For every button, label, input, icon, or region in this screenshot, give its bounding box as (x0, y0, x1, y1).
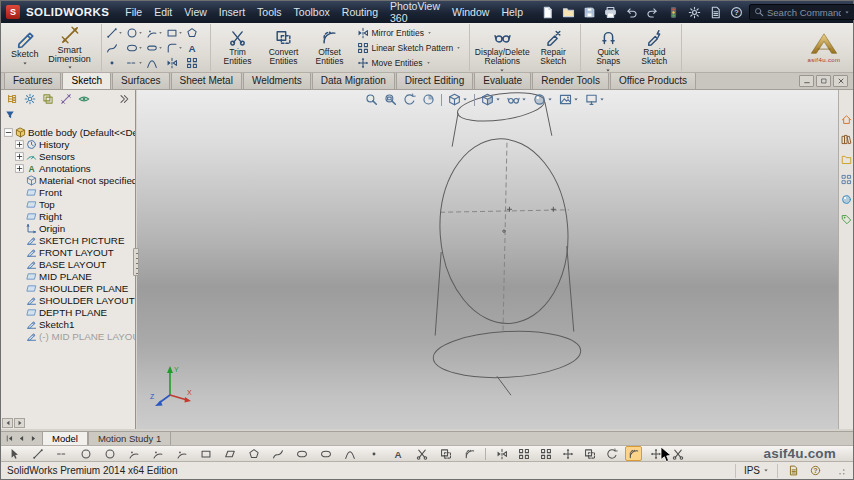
tree-item-annotations[interactable]: AAnnotations (1, 162, 135, 174)
tree-item-sketch1[interactable]: Sketch1 (1, 318, 135, 330)
scroll-left-button[interactable] (2, 418, 13, 428)
menu-insert[interactable]: Insert (213, 3, 251, 21)
polygon-button[interactable] (246, 447, 261, 460)
tab-weldments[interactable]: Weldments (243, 72, 311, 89)
quick-snaps-button[interactable]: Quick Snaps (585, 25, 631, 71)
tree-item-material-not-specified[interactable]: Material <not specified> (1, 174, 135, 186)
search-command-box[interactable] (749, 4, 854, 20)
centerline-button[interactable] (54, 447, 69, 460)
search-input[interactable] (767, 7, 841, 18)
menu-tools[interactable]: Tools (251, 3, 288, 21)
perimeter-circle-button[interactable] (102, 447, 117, 460)
split-button[interactable] (670, 447, 685, 460)
hide-show-items-button[interactable] (507, 93, 527, 106)
menu-file[interactable]: File (119, 3, 148, 21)
linear-pattern-dropdown-icon[interactable] (456, 46, 461, 50)
circle-tool-button[interactable] (126, 27, 143, 39)
rebuild-button[interactable] (665, 4, 682, 20)
polygon-tool-button[interactable] (186, 27, 198, 39)
linear-sketch-pattern-button[interactable]: Linear Sketch Pattern (357, 42, 462, 54)
document-restore-button[interactable] (816, 75, 831, 87)
save-button[interactable] (581, 4, 598, 20)
panel-expand-chevrons-icon[interactable] (116, 92, 132, 106)
line-button[interactable] (30, 447, 45, 460)
zoom-to-area-button[interactable] (384, 93, 397, 106)
tree-item-top[interactable]: Top (1, 198, 135, 210)
smart-dimension-button[interactable]: Smart Dimension (43, 25, 97, 71)
repair-sketch-button[interactable]: Repair Sketch (530, 25, 576, 71)
smart-dimension-dropdown-icon[interactable] (67, 65, 73, 70)
mirror-dropdown-icon[interactable] (427, 31, 432, 35)
section-view-button[interactable] (422, 93, 435, 106)
convert-button[interactable] (438, 447, 453, 460)
tab-surfaces[interactable]: Surfaces (112, 72, 169, 89)
tree-item-front[interactable]: Front (1, 186, 135, 198)
select-button[interactable] (6, 447, 21, 460)
parallelogram-button[interactable] (222, 447, 237, 460)
mirror-entities-button[interactable]: Mirror Entities (357, 27, 462, 39)
display-delete-relations-button[interactable]: Display/Delete Relations (474, 25, 530, 71)
configurationmanager-tab[interactable] (40, 92, 56, 106)
point-button[interactable] (366, 447, 381, 460)
tree-item-shoulder-plane[interactable]: SHOULDER PLANE (1, 282, 135, 294)
model-tab-model[interactable]: Model (42, 432, 88, 445)
tree-item-bottle-body-default-default[interactable]: Bottle body (Default<<Default> (1, 126, 135, 138)
graphics-area[interactable]: Y X Z (137, 90, 853, 429)
spline-button[interactable] (270, 447, 285, 460)
tab-direct-editing[interactable]: Direct Editing (396, 72, 473, 89)
tree-item-mid-plane[interactable]: MID PLANE (1, 270, 135, 282)
undo-button[interactable] (623, 4, 640, 20)
move-button[interactable] (560, 447, 575, 460)
offset-entities-button[interactable]: Offset Entities (307, 25, 353, 71)
status-note-button[interactable] (786, 464, 800, 477)
tangent-arc-button[interactable] (150, 447, 165, 460)
mirror-button[interactable] (494, 447, 509, 460)
document-close-button[interactable] (833, 75, 848, 87)
document-minimize-button[interactable] (799, 75, 814, 87)
file-explorer-tab[interactable] (841, 154, 852, 167)
view-palette-tab[interactable] (841, 174, 852, 187)
expand-toggle-icon[interactable] (15, 164, 24, 173)
centerpoint-arc-button[interactable] (126, 447, 141, 460)
tree-item-front-layout[interactable]: FRONT LAYOUT (1, 246, 135, 258)
units-dropdown[interactable]: IPS (735, 464, 778, 478)
sketch-dropdown-icon[interactable] (22, 61, 28, 66)
tree-scrollbar[interactable] (2, 418, 25, 428)
open-button[interactable] (560, 4, 577, 20)
tree-item-sensors[interactable]: Sensors (1, 150, 135, 162)
circular-pattern-button[interactable] (538, 447, 553, 460)
tree-item-origin[interactable]: Origin (1, 222, 135, 234)
bottle-sketch-geometry[interactable] (137, 90, 853, 429)
displaymanager-tab[interactable] (76, 92, 92, 106)
linear-pattern-button[interactable] (516, 447, 531, 460)
tree-item-depth-plane[interactable]: DEPTH PLANE (1, 306, 135, 318)
menu-help[interactable]: Help (495, 3, 529, 21)
pattern-tool-button[interactable] (186, 57, 198, 69)
dimxpertmanager-tab[interactable] (58, 92, 74, 106)
tab-office-products[interactable]: Office Products (610, 72, 696, 89)
previous-view-button[interactable] (403, 93, 416, 106)
offset-button[interactable] (462, 447, 477, 460)
expand-toggle-icon[interactable] (4, 128, 13, 137)
design-library-tab[interactable] (841, 134, 852, 147)
tab-features[interactable]: Features (4, 72, 61, 89)
tree-item-right[interactable]: Right (1, 210, 135, 222)
centerline-tool-button[interactable] (126, 57, 143, 69)
copy-button[interactable] (582, 447, 597, 460)
trim-entities-button[interactable]: Trim Entities (215, 25, 261, 71)
tab-sketch[interactable]: Sketch (62, 72, 111, 89)
fillet-tool-button[interactable] (166, 42, 183, 54)
scale-tool-button[interactable] (626, 447, 641, 460)
text-tool-button[interactable]: A (186, 42, 198, 54)
edit-appearance-button[interactable] (533, 93, 553, 106)
trim-button[interactable] (414, 447, 429, 460)
rect-button[interactable] (198, 447, 213, 460)
tree-item-shoulder-layout[interactable]: SHOULDER LAYOUT (1, 294, 135, 306)
sketch-tool-button[interactable]: Sketch (7, 25, 43, 71)
print-button[interactable] (602, 4, 619, 20)
arc-tool-button[interactable] (146, 27, 163, 39)
expand-toggle-icon[interactable] (15, 152, 24, 161)
tab-evaluate[interactable]: Evaluate (474, 72, 531, 89)
display-style-button[interactable] (481, 93, 501, 106)
tab-scroll-prev-button[interactable] (16, 433, 27, 444)
